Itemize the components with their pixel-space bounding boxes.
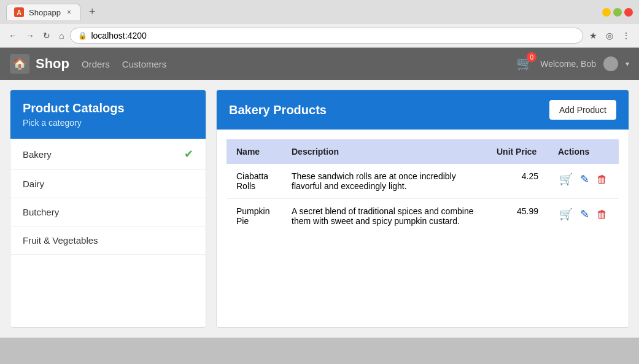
col-header-description: Description [282,139,487,164]
product-desc-1: A secret blend of traditional spices and… [282,199,487,234]
product-price-1: 45.99 [487,199,548,234]
edit-button-1[interactable]: ✎ [579,206,591,222]
edit-button-0[interactable]: ✎ [579,171,591,187]
table-row: Pumpkin Pie A secret blend of traditiona… [227,199,619,234]
browser-chrome: A Shopapp × + ← → ↻ ⌂ 🔒 ★ ◎ ⋮ [0,0,639,48]
delete-button-0[interactable]: 🗑 [595,172,609,187]
nav-links: Orders Customers [82,56,166,72]
col-header-actions: Actions [548,139,619,164]
sidebar-item-butchery[interactable]: Butchery [10,198,206,227]
refresh-button[interactable]: ↻ [41,28,53,43]
add-to-cart-button-1[interactable]: 🛒 [558,206,574,222]
sidebar-items: Bakery ✔ Dairy Butchery Fruit & Vegetabl… [10,139,206,255]
products-title: Bakery Products [229,103,327,117]
lock-icon: 🔒 [78,31,87,40]
sidebar-item-dairy[interactable]: Dairy [10,170,206,198]
sidebar-item-bakery[interactable]: Bakery ✔ [10,139,206,170]
forward-button[interactable]: → [23,28,37,43]
products-header: Bakery Products Add Product [217,90,629,130]
action-icons-0: 🛒 ✎ 🗑 [558,171,609,187]
tab-title: Shopapp [29,8,61,17]
product-price-0: 4.25 [487,164,548,199]
tab-favicon: A [14,7,24,17]
browser-titlebar: A Shopapp × + [0,0,639,24]
address-bar-wrapper: 🔒 [70,28,583,44]
nav-customers-link[interactable]: Customers [122,56,167,72]
action-icons-1: 🛒 ✎ 🗑 [558,206,609,222]
col-header-name: Name [227,139,282,164]
product-actions-0: 🛒 ✎ 🗑 [548,164,619,199]
products-panel: Bakery Products Add Product Name Descrip… [216,90,629,328]
product-desc-0: These sandwich rolls are at once incredi… [282,164,487,199]
sidebar-header: Product Catalogs Pick a category [10,90,206,139]
extensions-button[interactable]: ◎ [603,28,616,43]
house-icon: 🏠 [10,54,29,74]
user-dropdown-arrow[interactable]: ▾ [625,60,629,68]
table-header-row: Name Description Unit Price Actions [227,139,619,164]
sidebar-subtitle: Pick a category [23,118,193,128]
product-name-0: Ciabatta Rolls [227,164,282,199]
product-actions-1: 🛒 ✎ 🗑 [548,199,619,234]
table-row: Ciabatta Rolls These sandwich rolls are … [227,164,619,199]
app-name: Shop [36,56,69,72]
sidebar-title: Product Catalogs [23,101,193,115]
sidebar-item-fruit-veg[interactable]: Fruit & Vegetables [10,227,206,255]
delete-button-1[interactable]: 🗑 [595,207,609,222]
browser-tab[interactable]: A Shopapp × [6,4,80,20]
product-name-1: Pumpkin Pie [227,199,282,234]
welcome-text: Welcome, Bob [540,59,596,69]
main-content: Product Catalogs Pick a category Bakery … [0,80,639,338]
cart-wrapper[interactable]: 🛒 0 [516,56,533,72]
browser-toolbar: ← → ↻ ⌂ 🔒 ★ ◎ ⋮ [0,24,639,47]
bookmark-button[interactable]: ★ [587,28,600,43]
app-container: 🏠 Shop Orders Customers 🛒 0 Welcome, Bob… [0,48,639,338]
products-table: Name Description Unit Price Actions Ciab… [227,139,619,233]
restore-button[interactable] [613,8,622,17]
window-controls [602,8,633,17]
cart-badge: 0 [527,52,536,62]
new-tab-button[interactable]: + [84,4,101,20]
sidebar-item-butchery-label: Butchery [23,207,59,217]
add-to-cart-button-0[interactable]: 🛒 [558,171,574,187]
home-nav-button[interactable]: ⌂ [56,28,66,43]
nav-logo: 🏠 Shop [10,54,69,74]
minimize-button[interactable] [602,8,611,17]
nav-right: 🛒 0 Welcome, Bob ▾ [516,56,629,72]
nav-orders-link[interactable]: Orders [82,56,110,72]
menu-button[interactable]: ⋮ [619,28,633,43]
sidebar-item-dairy-label: Dairy [23,179,44,189]
back-button[interactable]: ← [6,28,20,43]
sidebar-item-fruit-veg-label: Fruit & Vegetables [23,235,98,246]
check-icon-bakery: ✔ [184,147,193,161]
add-product-button[interactable]: Add Product [549,100,616,120]
toolbar-icons: ★ ◎ ⋮ [587,28,633,43]
tab-close-button[interactable]: × [66,8,72,17]
address-bar[interactable] [91,31,575,41]
sidebar-item-bakery-label: Bakery [23,149,52,160]
user-avatar [603,56,618,71]
sidebar: Product Catalogs Pick a category Bakery … [10,90,206,328]
app-nav: 🏠 Shop Orders Customers 🛒 0 Welcome, Bob… [0,48,639,80]
col-header-unit-price: Unit Price [487,139,548,164]
close-window-button[interactable] [624,8,633,17]
